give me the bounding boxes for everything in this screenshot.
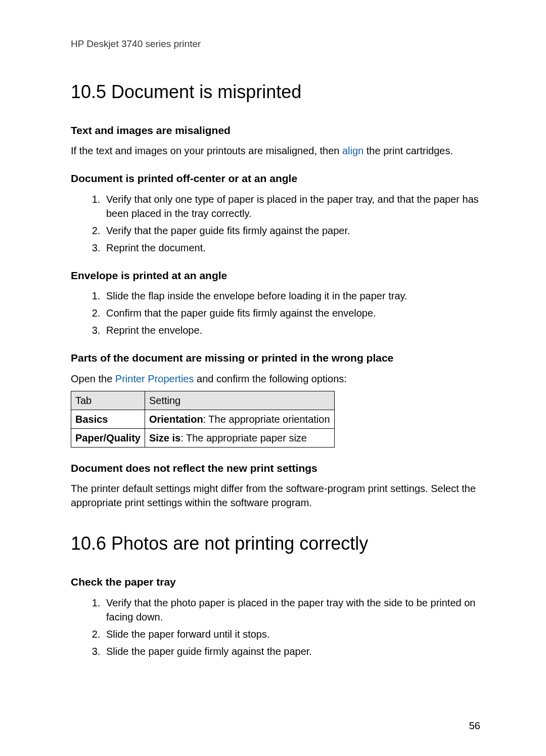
- table-header-row: Tab Setting: [71, 391, 335, 410]
- document-header: HP Deskjet 3740 series printer: [71, 37, 480, 51]
- list-item: Slide the flap inside the envelope befor…: [103, 289, 480, 303]
- table-row: Basics Orientation: The appropriate orie…: [71, 410, 335, 428]
- section-heading-10-6: 10.6 Photos are not printing correctly: [71, 531, 480, 556]
- setting-label: Size is: [149, 432, 180, 443]
- text-pre: Open the: [71, 373, 115, 384]
- subheading-parts-missing: Parts of the document are missing or pri…: [71, 350, 480, 365]
- paragraph-parts-missing: Open the Printer Properties and confirm …: [71, 372, 480, 386]
- subheading-misaligned: Text and images are misaligned: [71, 123, 480, 138]
- subheading-offcenter: Document is printed off-center or at an …: [71, 171, 480, 186]
- table-row: Paper/Quality Size is: The appropriate p…: [71, 428, 335, 447]
- link-align[interactable]: align: [342, 145, 363, 156]
- table-header-tab: Tab: [71, 391, 145, 410]
- list-item: Slide the paper guide firmly against the…: [103, 644, 480, 658]
- steps-envelope: Slide the flap inside the envelope befor…: [71, 289, 480, 337]
- text-post: and confirm the following options:: [194, 373, 346, 384]
- text-pre: If the text and images on your printouts…: [71, 145, 342, 156]
- setting-label: Orientation: [149, 414, 203, 425]
- table-cell-setting: Size is: The appropriate paper size: [145, 428, 334, 447]
- list-item: Verify that the paper guide fits firmly …: [103, 224, 480, 238]
- settings-table: Tab Setting Basics Orientation: The appr…: [71, 391, 335, 448]
- table-header-setting: Setting: [145, 391, 334, 410]
- list-item: Verify that the photo paper is placed in…: [103, 596, 480, 624]
- link-printer-properties[interactable]: Printer Properties: [115, 373, 194, 384]
- section-heading-10-5: 10.5 Document is misprinted: [71, 79, 480, 105]
- setting-rest: : The appropriate paper size: [180, 432, 307, 443]
- subheading-not-reflect: Document does not reflect the new print …: [71, 461, 480, 475]
- paragraph-not-reflect: The printer default settings might diffe…: [71, 481, 480, 510]
- list-item: Reprint the document.: [103, 241, 480, 255]
- table-cell-tab: Paper/Quality: [71, 428, 145, 447]
- text-post: the print cartridges.: [363, 145, 453, 156]
- steps-offcenter: Verify that only one type of paper is pl…: [71, 192, 480, 255]
- subheading-envelope: Envelope is printed at an angle: [71, 268, 480, 283]
- setting-rest: : The appropriate orientation: [203, 414, 330, 425]
- table-cell-setting: Orientation: The appropriate orientation: [145, 410, 334, 428]
- table-cell-tab: Basics: [71, 410, 145, 428]
- subheading-check-tray: Check the paper tray: [71, 574, 480, 589]
- paragraph-misaligned: If the text and images on your printouts…: [71, 144, 480, 158]
- steps-check-tray: Verify that the photo paper is placed in…: [71, 596, 480, 658]
- list-item: Reprint the envelope.: [103, 323, 480, 337]
- list-item: Verify that only one type of paper is pl…: [103, 192, 480, 220]
- list-item: Confirm that the paper guide fits firmly…: [103, 306, 480, 320]
- list-item: Slide the paper forward until it stops.: [103, 627, 480, 641]
